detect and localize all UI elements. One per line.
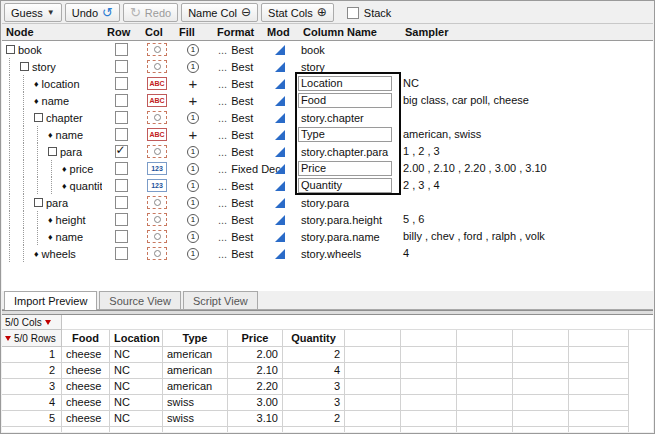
tab-source-view[interactable]: Source View xyxy=(99,291,181,309)
node-toggle-icon[interactable] xyxy=(6,45,15,54)
node-toggle-icon[interactable] xyxy=(48,147,57,156)
modeling-type-icon[interactable] xyxy=(275,113,285,123)
column-name-value[interactable]: Location xyxy=(298,76,392,91)
format-ellipsis-button[interactable]: ... xyxy=(218,112,227,124)
rows-menu-badge[interactable]: 5/0 Rows xyxy=(2,330,62,347)
format-cell[interactable]: ...Best xyxy=(212,194,262,211)
node-toggle-icon[interactable] xyxy=(20,62,29,71)
format-cell[interactable]: ...Best xyxy=(212,58,262,75)
format-cell[interactable]: ...Best xyxy=(212,228,262,245)
fill-once-icon[interactable]: 1 xyxy=(187,146,199,158)
format-cell[interactable]: ...Best xyxy=(212,75,262,92)
format-cell[interactable]: ...Fixed Dec xyxy=(212,160,262,177)
fill-once-icon[interactable]: 1 xyxy=(187,231,199,243)
format-cell[interactable]: ...Best xyxy=(212,245,262,262)
format-ellipsis-button[interactable]: ... xyxy=(218,146,227,158)
row-checkbox[interactable] xyxy=(115,60,128,73)
modeling-type-icon[interactable] xyxy=(275,147,285,157)
column-box-icon[interactable] xyxy=(147,196,167,209)
modeling-type-icon[interactable] xyxy=(275,232,285,242)
node-label[interactable]: book xyxy=(18,44,42,56)
column-name-value[interactable]: book xyxy=(298,44,325,56)
modeling-type-icon[interactable] xyxy=(275,164,285,174)
format-ellipsis-button[interactable]: ... xyxy=(218,163,227,175)
node-label[interactable]: para xyxy=(46,197,68,209)
node-toggle-icon[interactable] xyxy=(34,113,43,122)
format-ellipsis-button[interactable]: ... xyxy=(218,231,227,243)
format-cell[interactable]: ...Best xyxy=(212,143,262,160)
row-checkbox[interactable] xyxy=(115,213,128,226)
modeling-type-icon[interactable] xyxy=(275,96,285,106)
format-ellipsis-button[interactable]: ... xyxy=(218,78,227,90)
redo-button[interactable]: ↻ Redo xyxy=(123,3,178,22)
format-ellipsis-button[interactable]: ... xyxy=(218,214,227,226)
node-label[interactable]: story xyxy=(32,61,56,73)
column-box-icon[interactable] xyxy=(147,213,167,226)
node-label[interactable]: height xyxy=(56,214,86,226)
format-cell[interactable]: ...Best xyxy=(212,126,262,143)
fill-once-icon[interactable]: 1 xyxy=(187,214,199,226)
node-label[interactable]: para xyxy=(60,146,82,158)
column-name-value[interactable]: Price xyxy=(298,161,392,176)
fill-once-icon[interactable]: 1 xyxy=(187,197,199,209)
node-label[interactable]: location xyxy=(42,78,80,90)
row-checkbox[interactable] xyxy=(115,77,128,90)
format-cell[interactable]: ...Best xyxy=(212,92,262,109)
node-label[interactable]: quantity xyxy=(70,180,102,192)
fill-plus-icon[interactable]: + xyxy=(189,129,198,141)
fill-once-icon[interactable]: 1 xyxy=(187,248,199,260)
format-ellipsis-button[interactable]: ... xyxy=(218,180,227,192)
fill-plus-icon[interactable]: + xyxy=(189,95,198,107)
column-box-icon[interactable] xyxy=(147,247,167,260)
row-checkbox[interactable] xyxy=(115,247,128,260)
fill-once-icon[interactable]: 1 xyxy=(187,180,199,192)
column-name-value[interactable]: story.chapter.para xyxy=(298,146,388,158)
node-label[interactable]: chapter xyxy=(46,112,83,124)
node-label[interactable]: price xyxy=(70,163,94,175)
guess-button[interactable]: Guess ▼ xyxy=(4,3,62,22)
row-checkbox[interactable] xyxy=(115,145,128,158)
column-name-value[interactable]: story xyxy=(298,61,325,73)
row-checkbox[interactable] xyxy=(115,128,128,141)
fill-once-icon[interactable]: 1 xyxy=(187,163,199,175)
column-box-icon[interactable] xyxy=(147,43,167,56)
column-box-icon[interactable] xyxy=(147,230,167,243)
stack-checkbox[interactable] xyxy=(347,7,359,19)
columns-menu-badge[interactable]: 5/0 Cols xyxy=(2,315,62,330)
column-name-value[interactable]: story.para xyxy=(298,197,349,209)
column-name-value[interactable]: story.wheels xyxy=(298,248,361,260)
character-column-icon[interactable]: ABC xyxy=(147,77,167,90)
row-checkbox[interactable] xyxy=(115,196,128,209)
fill-once-icon[interactable]: 1 xyxy=(187,44,199,56)
column-name-value[interactable]: Food xyxy=(298,93,392,108)
format-cell[interactable]: ...Best xyxy=(212,211,262,228)
character-column-icon[interactable]: ABC xyxy=(147,128,167,141)
node-label[interactable]: wheels xyxy=(42,248,76,260)
format-cell[interactable]: ...Best xyxy=(212,109,262,126)
format-ellipsis-button[interactable]: ... xyxy=(218,248,227,260)
modeling-type-icon[interactable] xyxy=(275,215,285,225)
modeling-type-icon[interactable] xyxy=(275,62,285,72)
modeling-type-icon[interactable] xyxy=(275,181,285,191)
node-label[interactable]: name xyxy=(56,231,84,243)
character-column-icon[interactable]: ABC xyxy=(147,94,167,107)
row-checkbox[interactable] xyxy=(115,111,128,124)
row-checkbox[interactable] xyxy=(115,94,128,107)
row-checkbox[interactable] xyxy=(115,230,128,243)
row-checkbox[interactable] xyxy=(115,43,128,56)
tab-import-preview[interactable]: Import Preview xyxy=(4,291,97,310)
modeling-type-icon[interactable] xyxy=(275,79,285,89)
modeling-type-icon[interactable] xyxy=(275,249,285,259)
undo-button[interactable]: Undo ↺ xyxy=(65,3,120,22)
fill-plus-icon[interactable]: + xyxy=(189,78,198,90)
fill-once-icon[interactable]: 1 xyxy=(187,61,199,73)
format-ellipsis-button[interactable]: ... xyxy=(218,95,227,107)
column-name-value[interactable]: story.chapter xyxy=(298,112,364,124)
format-ellipsis-button[interactable]: ... xyxy=(218,129,227,141)
numeric-column-icon[interactable]: 123 xyxy=(147,162,167,175)
format-ellipsis-button[interactable]: ... xyxy=(218,44,227,56)
tab-script-view[interactable]: Script View xyxy=(183,291,258,309)
column-name-value[interactable]: story.para.height xyxy=(298,214,382,226)
column-box-icon[interactable] xyxy=(147,60,167,73)
format-cell[interactable]: ...Best xyxy=(212,41,262,58)
